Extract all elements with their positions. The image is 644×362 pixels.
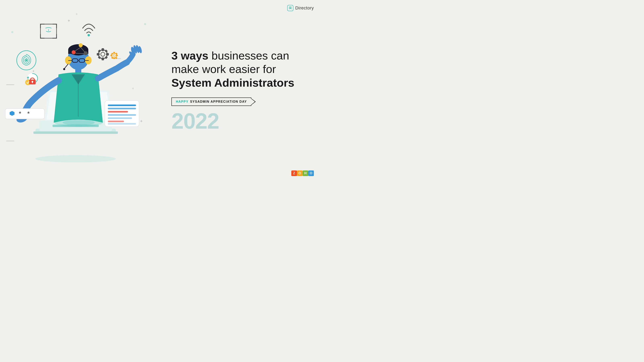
svg-point-64 [101,52,105,56]
svg-rect-71 [98,56,101,59]
svg-rect-84 [108,104,136,106]
svg-rect-81 [111,57,113,59]
svg-text:+: + [140,119,143,124]
svg-point-43 [79,43,83,47]
svg-rect-78 [116,55,118,56]
svg-point-31 [63,68,65,70]
illustration-area: + + + [0,0,168,181]
svg-rect-76 [113,57,115,59]
svg-text:+: + [32,69,34,73]
svg-rect-90 [108,123,136,125]
svg-rect-58 [32,82,33,83]
zoho-z: Z [291,170,297,176]
svg-rect-67 [97,53,100,55]
banner-box: HAPPY SYSADMIN APPRECIATION DAY [172,97,251,106]
svg-text:+: + [68,18,70,23]
banner-rest-text: SYSADMIN APPRECIATION DAY [190,100,247,103]
svg-rect-79 [111,53,113,55]
svg-line-30 [64,64,68,68]
svg-point-50 [25,59,27,61]
svg-point-11 [36,155,116,162]
zoho-h: H [302,170,308,176]
directory-badge[interactable]: Directory [287,5,314,11]
zoho-o2: O [308,170,314,176]
text-area: 3 ways businesses can make work easier f… [168,49,322,132]
svg-rect-66 [102,57,104,60]
svg-point-1 [144,23,146,25]
main-headline: 3 ways businesses can make work easier f… [172,49,310,89]
svg-rect-83 [105,100,139,127]
zoho-logo: Z O H O [291,170,314,176]
svg-rect-65 [102,48,104,51]
year-display: 2022 [172,110,310,132]
zoho-text: Z O H O [291,170,314,176]
svg-point-92 [290,8,291,9]
svg-point-3 [132,88,134,89]
banner-happy-text: HAPPY [176,100,188,103]
svg-rect-4 [6,84,14,85]
svg-rect-89 [108,121,124,122]
headline-bold-2: System Administrators [172,76,294,89]
svg-point-2 [76,13,78,15]
directory-label: Directory [295,5,314,11]
svg-rect-86 [108,111,128,113]
svg-point-19 [62,120,95,125]
headline-bold-1: 3 ways [172,49,208,62]
svg-rect-88 [108,117,132,119]
svg-point-74 [113,54,115,56]
sysadmin-banner: HAPPY SYSADMIN APPRECIATION DAY [172,97,310,106]
svg-point-0 [11,31,13,33]
zoho-o1: O [297,170,302,176]
directory-icon [287,5,294,11]
svg-text:*: * [19,110,21,117]
svg-rect-80 [115,52,118,55]
illustration-svg: + + + [0,0,168,181]
main-layout: + + + [0,0,322,181]
svg-rect-75 [113,52,115,54]
svg-rect-87 [108,114,136,116]
svg-text:*: * [27,110,30,117]
svg-rect-13 [34,131,118,134]
svg-rect-69 [98,49,101,53]
svg-rect-77 [110,55,112,56]
svg-rect-70 [104,49,108,53]
svg-rect-5 [6,141,14,141]
svg-rect-68 [106,53,109,55]
svg-point-42 [88,34,90,36]
svg-rect-85 [108,108,136,109]
svg-rect-72 [104,56,108,59]
